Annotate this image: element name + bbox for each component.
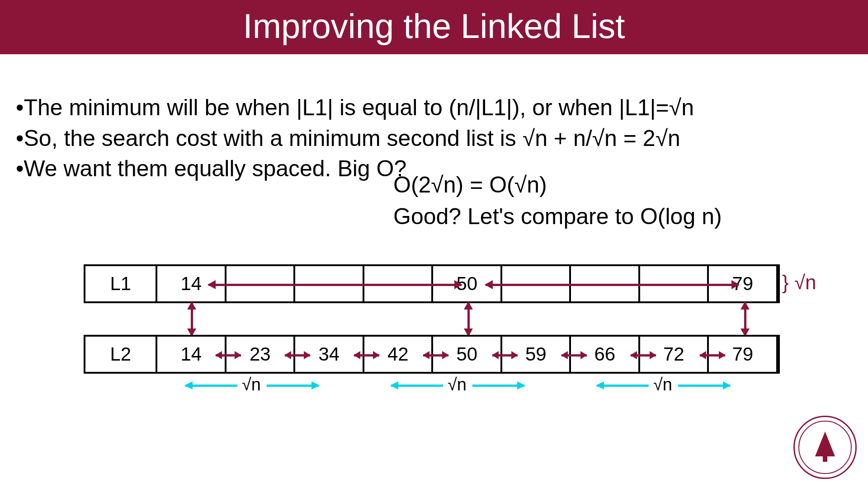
list-l2: L2 14 23 34 42 50 59 66 72 79	[84, 335, 780, 374]
bullet-1: •The minimum will be when |L1| is equal …	[16, 93, 694, 123]
sqrtn-3: √n	[653, 375, 672, 394]
vconn-50	[467, 302, 470, 336]
sqrtn-1: √n	[242, 375, 261, 394]
l1-arrow-50-79	[486, 284, 739, 286]
slide-title: Improving the Linked List	[0, 0, 868, 54]
bullet-3: •We want them equally spaced. Big O?	[16, 154, 694, 184]
l2-arrow-5	[561, 354, 587, 357]
vconn-79	[744, 302, 746, 336]
l2-arrow-0	[216, 354, 241, 357]
big-o-equation: O(2√n) = O(√n)	[393, 172, 547, 198]
cyan-arrow-1l	[185, 385, 237, 387]
vconn-14	[191, 302, 193, 336]
cyan-arrow-3l	[597, 385, 649, 387]
comparison-text: Good? Let's compare to O(log n)	[393, 203, 722, 230]
stanford-logo	[793, 416, 857, 479]
cyan-arrow-3r	[678, 385, 730, 387]
linked-list-diagram: L1 14 50 79 L2 14 23 34 42 50 59 66 72 7…	[84, 264, 780, 396]
tree-icon	[815, 432, 835, 456]
l2-arrow-3	[423, 354, 448, 357]
l2-arrow-1	[285, 354, 310, 357]
l2-arrow-6	[631, 354, 656, 357]
cyan-arrow-1r	[267, 385, 319, 387]
l1-label: L1	[85, 266, 157, 301]
bullet-2: •So, the search cost with a minimum seco…	[16, 123, 694, 154]
l2-label: L2	[85, 337, 157, 372]
l2-arrow-7	[700, 354, 725, 357]
l2-arrow-2	[354, 354, 379, 357]
bullet-list: •The minimum will be when |L1| is equal …	[16, 93, 694, 184]
l2-arrow-4	[492, 354, 518, 357]
l1-arrow-14-50	[208, 284, 462, 286]
list-l1: L1 14 50 79	[84, 264, 780, 303]
cyan-arrow-2r	[472, 385, 524, 387]
cyan-arrow-2l	[391, 385, 443, 387]
row-gap	[84, 303, 780, 335]
brace-sqrtn: } √n	[782, 271, 816, 294]
sqrtn-2: √n	[448, 375, 467, 394]
